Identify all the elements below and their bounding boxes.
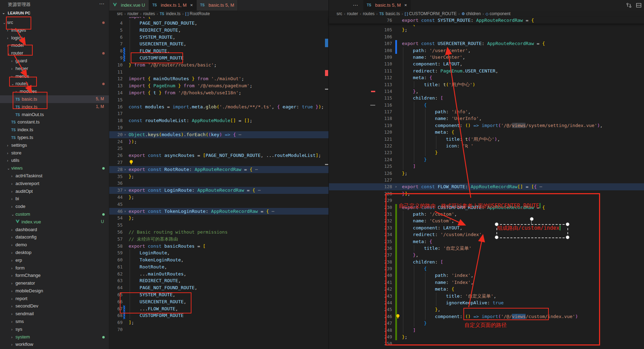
tree-item-demo[interactable]: ›demo	[0, 241, 109, 249]
resize-handle-tl[interactable]	[495, 222, 499, 226]
tree-item-label: index.ts	[22, 104, 38, 109]
lightbulb-icon[interactable]	[129, 160, 134, 165]
close-icon[interactable]: ×	[404, 0, 407, 11]
tree-item-mainOut.ts[interactable]: TSmainOut.ts	[0, 111, 109, 119]
tree-item-utils[interactable]: ›utils	[0, 157, 109, 164]
breadcrumb-separator: ›	[344, 11, 345, 17]
code-line-119: 119 component: () => import('/@/views/sy…	[329, 122, 644, 129]
tree-item-constant.ts[interactable]: TSconstant.ts	[0, 118, 109, 126]
tree-item-workflow[interactable]: ›workflow	[0, 341, 109, 348]
breadcrumb-item-src[interactable]: src	[337, 11, 342, 17]
tree-item-index.ts[interactable]: TSindex.ts1, M	[0, 103, 109, 111]
tree-item-formChange[interactable]: ›formChange	[0, 272, 109, 279]
line-number: 113	[329, 81, 392, 88]
tab-index.ts[interactable]: TSindex.ts 1, M×	[149, 0, 197, 11]
breadcrumb-label: src	[117, 11, 123, 16]
breadcrumb-item-index.ts[interactable]: TSindex.ts	[160, 11, 181, 17]
tree-item-router[interactable]: ⌄router	[0, 49, 109, 57]
fold-chevron-icon[interactable]: ›	[124, 187, 126, 194]
lightbulb-icon[interactable]	[396, 314, 400, 319]
tree-item-sms[interactable]: ›sms	[0, 318, 109, 325]
line-number: 68	[109, 312, 123, 319]
fold-chevron-icon[interactable]: ›	[124, 208, 126, 215]
indent-guide	[414, 81, 414, 88]
indent-guide	[130, 264, 130, 271]
tree-item-views[interactable]: ⌄views	[0, 164, 109, 172]
chevron-right-icon: ›	[11, 257, 15, 265]
middle-tab-bar: index.vue UTSindex.ts 1, M×TSbasic.ts 5,…	[109, 0, 329, 11]
tree-item-system[interactable]: ›system	[0, 333, 109, 341]
breadcrumb-item-routes[interactable]: routes	[143, 11, 155, 17]
tree-item-images[interactable]: ›images	[0, 26, 109, 34]
tree-item-index.vue[interactable]: index.vueU	[0, 218, 109, 226]
tree-item-activereport[interactable]: ›activereport	[0, 180, 109, 188]
breadcrumb-item-CUSTOMFORM_ROUTE[interactable]: [ ]CUSTOMFORM_ROUTE	[405, 11, 457, 17]
editor-more-actions-icon[interactable]: ⋯	[353, 2, 358, 8]
resize-handle-tr[interactable]	[566, 222, 570, 226]
tab-basic.ts[interactable]: TSbasic.ts 5, M×	[363, 0, 411, 11]
rotation-handle[interactable]	[530, 217, 534, 221]
breadcrumb-item-RootRoute[interactable]: [ ]RootRoute	[186, 11, 210, 17]
split-editor-icon[interactable]	[636, 2, 642, 9]
tree-item-basic.ts[interactable]: TSbasic.ts5, M	[0, 95, 109, 103]
tree-item-code[interactable]: ›code	[0, 203, 109, 210]
tree-item-logics[interactable]: ›logics	[0, 34, 109, 42]
tree-item-form[interactable]: ›form	[0, 264, 109, 272]
tab-basic.ts[interactable]: TSbasic.ts 5, M	[197, 0, 238, 11]
indent-guide	[436, 293, 436, 299]
tree-item-model[interactable]: ›model	[0, 42, 109, 49]
chevron-right-icon: ›	[11, 318, 15, 326]
explorer-more-actions-icon[interactable]: ⋯	[99, 1, 105, 7]
tree-item-report[interactable]: ›report	[0, 295, 109, 303]
tree-item-store[interactable]: ›store	[0, 149, 109, 157]
tree-item-dashboard[interactable]: ›dashboard	[0, 226, 109, 234]
tree-item-sendmail[interactable]: ›sendmail	[0, 310, 109, 318]
code-line-114: 114 },	[329, 88, 644, 95]
line-number: 26	[109, 152, 123, 159]
code-line-124: 124 }	[329, 156, 644, 163]
resize-handle-bl[interactable]	[495, 235, 499, 239]
tree-item-actHiTaskinst[interactable]: ›actHiTaskinst	[0, 172, 109, 180]
breadcrumb-item-router[interactable]: router	[347, 11, 358, 17]
tree-item-dataconfig[interactable]: ›dataconfig	[0, 233, 109, 241]
tree-item-generator[interactable]: ›generator	[0, 279, 109, 287]
fold-chevron-icon[interactable]: ›	[395, 183, 397, 190]
breadcrumb-item-router[interactable]: router	[128, 11, 138, 17]
tree-item-sys[interactable]: ›sys	[0, 325, 109, 333]
tree-item-auditOpt[interactable]: ›auditOpt	[0, 188, 109, 195]
breadcrumb-item-basic.ts[interactable]: TSbasic.ts	[379, 11, 400, 17]
tree-item-helper[interactable]: ›helper	[0, 65, 109, 72]
fold-chevron-icon[interactable]: ›	[124, 166, 126, 173]
tree-item-routes[interactable]: ⌄routes	[0, 80, 109, 88]
workspace-header[interactable]: ⌄ LEARUN PC	[0, 9, 109, 17]
tree-item-modules[interactable]: ›modules	[0, 88, 109, 95]
tree-item-types.ts[interactable]: TStypes.ts	[0, 134, 109, 141]
tree-item-erp[interactable]: ›erp	[0, 256, 109, 264]
breadcrumb-item-children[interactable]: ⚙children	[462, 11, 481, 17]
tree-item-desktop[interactable]: ›desktop	[0, 249, 109, 256]
breadcrumb-label: component	[490, 11, 510, 16]
indent-guide	[130, 256, 130, 264]
breadcrumb-item-component[interactable]: ◇component	[486, 11, 510, 17]
indent-guide	[130, 312, 130, 319]
tree-item-menus[interactable]: ›menus	[0, 72, 109, 80]
git-status-badge: U	[101, 218, 104, 226]
tree-item-index.ts[interactable]: TSindex.ts	[0, 126, 109, 134]
tree-item-src[interactable]: ⌄src	[0, 19, 109, 26]
close-icon[interactable]: ×	[190, 0, 193, 11]
resize-handle-br[interactable]	[566, 235, 570, 239]
open-changes-icon[interactable]	[626, 2, 632, 9]
tree-item-settings[interactable]: ›settings	[0, 141, 109, 149]
route-textbox[interactable]: 组成路由/custom/index	[496, 224, 568, 238]
fold-chevron-icon[interactable]: ›	[124, 131, 126, 138]
tree-item-secondDev[interactable]: ›secondDev	[0, 302, 109, 310]
breadcrumb-item-routes[interactable]: routes	[363, 11, 375, 17]
breadcrumb-item-src[interactable]: src	[117, 11, 123, 17]
chevron-right-icon: ›	[7, 34, 11, 42]
line-number: 106	[329, 33, 392, 40]
tree-item-mobileDesign[interactable]: ›mobileDesign	[0, 287, 109, 295]
tree-item-custom[interactable]: ⌄custom	[0, 210, 109, 218]
tab-index.vue[interactable]: index.vue U	[109, 0, 149, 11]
tree-item-bi[interactable]: ›bi	[0, 195, 109, 203]
tree-item-guard[interactable]: ›guard	[0, 57, 109, 65]
